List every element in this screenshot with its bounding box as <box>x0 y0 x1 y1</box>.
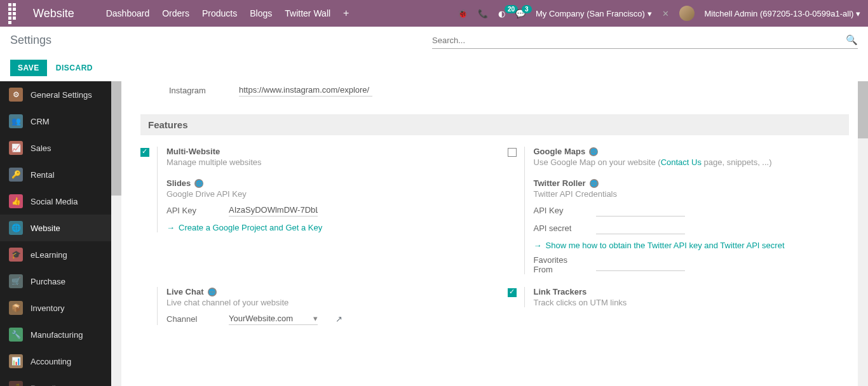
twitter-favorites-label: Favorites From <box>534 255 583 274</box>
livechat-channel-select[interactable]: YourWebsite.com▾ <box>229 312 318 325</box>
add-menu-icon[interactable]: + <box>343 8 349 19</box>
chat-icon[interactable]: 💬3 <box>515 9 526 18</box>
twitter-apikey-input[interactable] <box>596 204 685 216</box>
features-header: Features <box>140 114 849 135</box>
twitter-apikey-label: API Key <box>534 206 583 215</box>
nav-twitterwall[interactable]: Twitter Wall <box>285 8 330 18</box>
breadcrumb: Settings <box>10 34 51 47</box>
nav-blogs[interactable]: Blogs <box>250 8 272 18</box>
discard-button[interactable]: DISCARD <box>56 63 93 72</box>
livechat-desc: Live chat channel of your website <box>166 298 482 307</box>
chat-badge: 3 <box>522 5 532 13</box>
linktrackers-checkbox[interactable] <box>508 288 517 297</box>
multiwebsite-title: Multi-Website <box>166 147 482 156</box>
company-switcher[interactable]: My Company (San Francisco) ▾ <box>536 9 652 18</box>
instagram-label: Instagram <box>169 86 214 95</box>
twitter-favorites-input[interactable] <box>596 258 685 271</box>
sidebar-scrollbar[interactable] <box>111 81 121 386</box>
twitter-apisecret-input[interactable] <box>596 222 685 234</box>
livechat-title: Live Chat🌐 <box>166 287 482 296</box>
livechat-channel-label: Channel <box>166 314 216 324</box>
slides-apikey-input[interactable] <box>229 204 318 216</box>
twitter-howto-link[interactable]: → Show me how to obtain the Twitter API … <box>534 241 850 250</box>
slides-create-link[interactable]: → Create a Google Project and Get a Key <box>166 223 482 232</box>
multiwebsite-desc: Manage multiple websites <box>166 157 482 167</box>
sidebar-item-social[interactable]: 👍Social Media <box>0 188 111 215</box>
twitter-apisecret-label: API secret <box>534 223 583 233</box>
twitter-title: Twitter Roller🌐 <box>534 178 850 188</box>
globe-icon: 🌐 <box>589 147 598 156</box>
search-box[interactable]: 🔍 <box>432 32 858 49</box>
instagram-input[interactable] <box>239 84 372 96</box>
top-navbar: Website Dashboard Orders Products Blogs … <box>0 0 868 27</box>
avatar <box>679 6 695 21</box>
search-icon[interactable]: 🔍 <box>846 34 858 46</box>
globe-icon: 🌐 <box>590 179 599 188</box>
sidebar-item-rental[interactable]: 🔑Rental <box>0 161 111 188</box>
clock-icon[interactable]: ◐20 <box>498 9 505 18</box>
apps-launcher-icon[interactable] <box>8 7 20 20</box>
brand-title: Website <box>33 7 74 20</box>
slides-desc: Google Drive API Key <box>166 189 482 199</box>
googlemaps-desc: Use Google Map on your website (Contact … <box>534 157 850 167</box>
content-scrollbar[interactable] <box>858 81 868 386</box>
toolbar: Settings 🔍 <box>0 27 868 55</box>
nav-dashboard[interactable]: Dashboard <box>106 8 150 18</box>
sidebar-item-website[interactable]: 🌐Website <box>0 215 111 241</box>
contact-us-link[interactable]: Contact Us <box>661 157 702 167</box>
multiwebsite-checkbox[interactable] <box>140 148 149 157</box>
linktrackers-title: Link Trackers <box>534 287 850 296</box>
twitter-desc: Twitter API Credentials <box>534 189 850 199</box>
settings-content: Instagram Features Multi-Website Manage … <box>121 81 868 386</box>
save-button[interactable]: SAVE <box>10 60 47 76</box>
linktrackers-desc: Track clicks on UTM links <box>534 298 850 307</box>
sidebar-item-elearning[interactable]: 🎓eLearning <box>0 241 111 268</box>
sidebar-item-sales[interactable]: 📈Sales <box>0 135 111 161</box>
nav-menu: Dashboard Orders Products Blogs Twitter … <box>106 8 330 18</box>
globe-icon: 🌐 <box>194 179 203 188</box>
sidebar-item-payroll[interactable]: 💰Payroll <box>0 375 111 386</box>
nav-products[interactable]: Products <box>202 8 237 18</box>
external-link-icon[interactable]: ↗ <box>336 314 342 324</box>
sidebar-item-inventory[interactable]: 📦Inventory <box>0 295 111 321</box>
globe-icon: 🌐 <box>208 288 217 296</box>
sidebar-item-crm[interactable]: 👥CRM <box>0 108 111 135</box>
sidebar-item-general[interactable]: ⚙General Settings <box>0 81 111 108</box>
sidebar-item-accounting[interactable]: 📊Accounting <box>0 348 111 375</box>
tools-icon[interactable]: ✕ <box>662 9 669 18</box>
sidebar-item-purchase[interactable]: 🛒Purchase <box>0 268 111 295</box>
phone-icon[interactable]: 📞 <box>478 9 488 18</box>
user-menu[interactable]: Mitchell Admin (697205-13-0-0599a1-all) … <box>705 9 860 18</box>
slides-title: Slides🌐 <box>166 178 482 188</box>
sidebar-item-manufacturing[interactable]: 🔧Manufacturing <box>0 321 111 348</box>
nav-orders[interactable]: Orders <box>162 8 189 18</box>
slides-apikey-label: API Key <box>166 206 216 215</box>
bug-icon[interactable]: 🐞 <box>458 9 468 18</box>
googlemaps-title: Google Maps🌐 <box>534 147 850 156</box>
googlemaps-checkbox[interactable] <box>508 148 517 157</box>
settings-sidebar: ⚙General Settings 👥CRM 📈Sales 🔑Rental 👍S… <box>0 81 111 386</box>
action-bar: SAVE DISCARD <box>0 55 868 81</box>
search-input[interactable] <box>432 36 846 45</box>
